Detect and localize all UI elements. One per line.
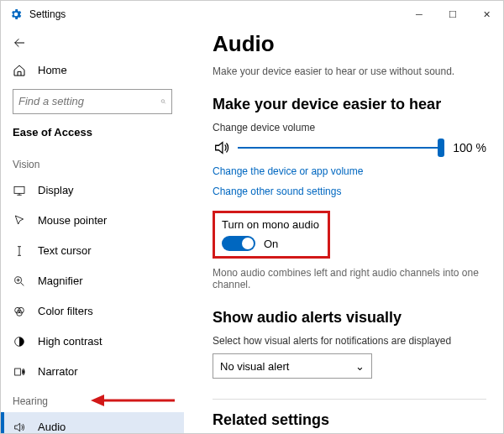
pointer-icon <box>13 214 26 227</box>
maximize-button[interactable]: ☐ <box>436 1 470 28</box>
audio-icon <box>13 421 26 433</box>
volume-label: Change device volume <box>213 122 486 133</box>
contrast-icon <box>13 335 26 348</box>
page-description: Make your device easier to hear or use w… <box>213 65 486 77</box>
mono-audio-toggle[interactable] <box>222 236 255 251</box>
sidebar-item-color-filters[interactable]: Color filters <box>1 296 184 327</box>
section-title: Ease of Access <box>1 123 184 150</box>
color-filters-icon <box>13 305 26 318</box>
mono-audio-title: Turn on mono audio <box>222 218 319 231</box>
group-hearing: Hearing <box>1 387 184 412</box>
mono-audio-highlight: Turn on mono audio On <box>213 211 330 259</box>
mono-audio-state: On <box>264 238 278 250</box>
window-title: Settings <box>29 8 402 20</box>
minimize-button[interactable]: ─ <box>402 1 436 28</box>
sidebar-item-magnifier[interactable]: Magnifier <box>1 266 184 296</box>
search-field[interactable] <box>18 95 160 107</box>
search-icon <box>160 96 166 107</box>
sidebar-item-label: Display <box>38 184 74 196</box>
section-related-heading: Related settings <box>213 411 486 429</box>
sidebar-item-narrator[interactable]: Narrator <box>1 357 184 387</box>
sidebar-item-high-contrast[interactable]: High contrast <box>1 327 184 357</box>
sidebar: Home Ease of Access Vision Display Mouse… <box>1 28 184 433</box>
link-change-other-sound[interactable]: Change other sound settings <box>213 186 486 197</box>
section-easier-heading: Make your device easier to hear <box>213 96 486 113</box>
settings-gear-icon <box>9 8 23 21</box>
volume-slider[interactable] <box>238 147 441 149</box>
main-content: Audio Make your device easier to hear or… <box>184 28 503 433</box>
svg-rect-7 <box>15 369 21 375</box>
sidebar-item-mouse[interactable]: Mouse pointer <box>1 206 184 236</box>
arrow-left-icon <box>13 36 26 50</box>
visual-alert-value: No visual alert <box>220 360 289 373</box>
mono-audio-note: Mono audio combines left and right audio… <box>213 267 486 290</box>
sidebar-item-label: Narrator <box>38 365 78 378</box>
section-alerts-heading: Show audio alerts visually <box>213 309 486 327</box>
magnifier-icon <box>13 275 26 288</box>
sidebar-item-text-cursor[interactable]: Text cursor <box>1 236 184 266</box>
visual-alert-select[interactable]: No visual alert ⌄ <box>213 353 372 379</box>
sidebar-item-home[interactable]: Home <box>1 57 184 84</box>
sidebar-item-label: Text cursor <box>38 244 92 257</box>
text-cursor-icon <box>13 244 26 258</box>
divider <box>213 399 486 400</box>
search-input[interactable] <box>13 89 172 114</box>
home-icon <box>13 64 26 77</box>
svg-rect-1 <box>14 186 24 193</box>
close-button[interactable]: ✕ <box>470 1 503 28</box>
volume-value: 100 % <box>453 141 486 154</box>
sidebar-item-audio[interactable]: Audio <box>1 412 184 433</box>
chevron-down-icon: ⌄ <box>355 360 365 373</box>
home-label: Home <box>38 64 67 76</box>
alerts-sub: Select how visual alerts for notificatio… <box>213 335 486 347</box>
link-change-device-volume[interactable]: Change the device or app volume <box>213 165 486 177</box>
titlebar: Settings ─ ☐ ✕ <box>1 1 503 28</box>
sidebar-item-label: Mouse pointer <box>38 214 107 227</box>
speaker-icon <box>213 139 231 157</box>
sidebar-item-label: Magnifier <box>38 275 82 287</box>
back-button[interactable] <box>1 28 184 57</box>
sidebar-item-label: High contrast <box>38 335 102 348</box>
sidebar-item-label: Audio <box>38 421 66 433</box>
narrator-icon <box>13 365 26 379</box>
sidebar-item-display[interactable]: Display <box>1 175 184 206</box>
page-title: Audio <box>213 31 486 57</box>
display-icon <box>13 184 26 197</box>
svg-point-0 <box>161 99 165 102</box>
group-vision: Vision <box>1 150 184 175</box>
sidebar-item-label: Color filters <box>38 305 93 317</box>
